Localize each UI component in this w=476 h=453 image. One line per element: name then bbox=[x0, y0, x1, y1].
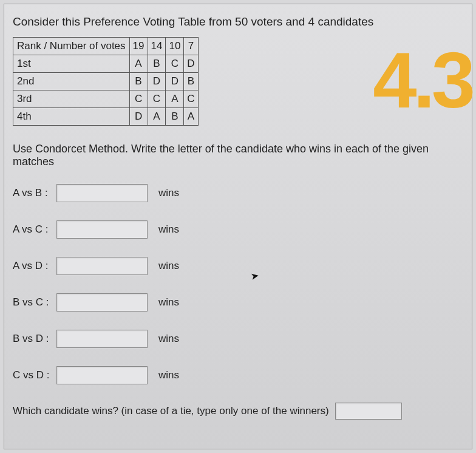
wins-label: wins bbox=[158, 223, 179, 236]
preference-table: Rank / Number of votes 19 14 10 7 1st A … bbox=[13, 37, 199, 126]
worksheet-page: Consider this Preference Voting Table fr… bbox=[4, 4, 472, 449]
pref-cell: B bbox=[166, 108, 184, 126]
pref-cell: A bbox=[129, 55, 148, 73]
wins-label: wins bbox=[158, 296, 179, 308]
wins-label: wins bbox=[158, 333, 179, 345]
vote-count: 10 bbox=[166, 38, 184, 55]
match-input-b-vs-c[interactable] bbox=[56, 293, 148, 312]
vote-count: 14 bbox=[148, 38, 166, 55]
pref-cell: D bbox=[148, 73, 166, 90]
final-question-row: Which candidate wins? (in case of a tie,… bbox=[13, 403, 463, 420]
rank-label: 2nd bbox=[13, 73, 130, 90]
wins-label: wins bbox=[158, 369, 179, 381]
match-label: C vs D : bbox=[13, 369, 56, 381]
match-label: A vs D : bbox=[13, 260, 56, 272]
pref-cell: C bbox=[184, 90, 198, 108]
match-input-c-vs-d[interactable] bbox=[56, 366, 148, 384]
rank-label: 4th bbox=[13, 108, 130, 126]
pref-cell: C bbox=[129, 90, 148, 108]
match-input-a-vs-d[interactable] bbox=[56, 257, 148, 275]
final-question-text: Which candidate wins? (in case of a tie,… bbox=[13, 405, 329, 417]
table-row: 2nd B D D B bbox=[13, 73, 199, 90]
vote-count: 7 bbox=[184, 38, 198, 55]
header-label: Rank / Number of votes bbox=[13, 38, 130, 55]
match-row-c-vs-d: C vs D : wins bbox=[13, 366, 463, 384]
page-title: Consider this Preference Voting Table fr… bbox=[13, 15, 463, 29]
match-row-a-vs-d: A vs D : wins bbox=[13, 257, 463, 275]
wins-label: wins bbox=[158, 260, 179, 272]
table-row: 1st A B C D bbox=[13, 55, 199, 73]
match-row-a-vs-b: A vs B : wins bbox=[13, 184, 463, 202]
match-label: A vs B : bbox=[13, 187, 56, 199]
table-row: 4th D A B A bbox=[13, 108, 199, 126]
match-row-b-vs-c: B vs C : wins bbox=[13, 293, 463, 312]
instruction-text: Use Condorcet Method. Write the letter o… bbox=[13, 143, 463, 168]
pref-cell: B bbox=[148, 55, 166, 73]
rank-label: 3rd bbox=[13, 90, 130, 108]
pref-cell: A bbox=[166, 90, 184, 108]
pref-cell: A bbox=[184, 108, 198, 126]
final-answer-input[interactable] bbox=[335, 403, 402, 420]
pref-cell: D bbox=[129, 108, 148, 126]
table-header-row: Rank / Number of votes 19 14 10 7 bbox=[13, 38, 199, 55]
match-label: B vs C : bbox=[13, 296, 56, 308]
vote-count: 19 bbox=[129, 38, 148, 55]
pref-cell: D bbox=[184, 55, 198, 73]
match-label: B vs D : bbox=[13, 333, 56, 345]
match-row-a-vs-c: A vs C : wins bbox=[13, 220, 463, 239]
pref-cell: C bbox=[166, 55, 184, 73]
pref-cell: B bbox=[129, 73, 148, 90]
rank-label: 1st bbox=[13, 55, 130, 73]
pref-cell: D bbox=[166, 73, 184, 90]
wins-label: wins bbox=[158, 187, 179, 199]
handwritten-annotation: 4.3 bbox=[373, 41, 472, 120]
pref-cell: C bbox=[148, 90, 166, 108]
table-row: 3rd C C A C bbox=[13, 90, 199, 108]
match-label: A vs C : bbox=[13, 223, 56, 236]
match-input-b-vs-d[interactable] bbox=[56, 330, 148, 348]
match-input-a-vs-b[interactable] bbox=[56, 184, 148, 202]
pref-cell: B bbox=[184, 73, 198, 90]
match-input-a-vs-c[interactable] bbox=[56, 220, 148, 239]
match-row-b-vs-d: B vs D : wins bbox=[13, 330, 463, 348]
pref-cell: A bbox=[148, 108, 166, 126]
